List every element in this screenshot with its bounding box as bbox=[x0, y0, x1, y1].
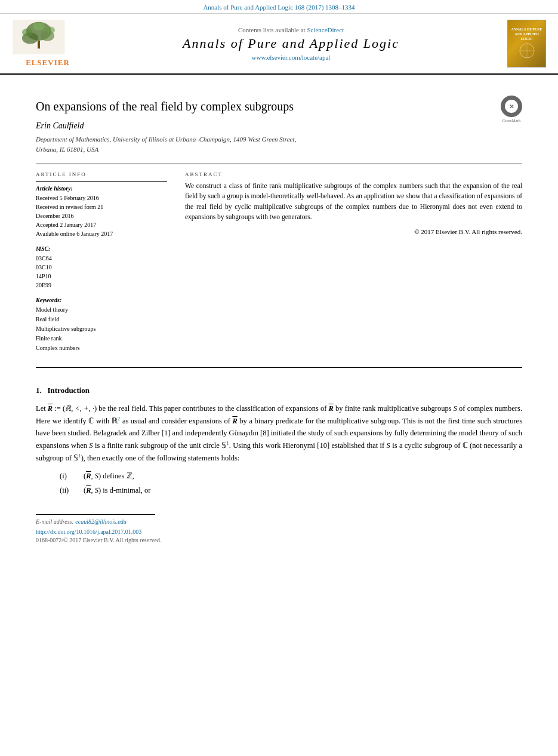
author-name: Erin Caulfield bbox=[36, 121, 522, 131]
msc-item-2: 03C10 bbox=[36, 263, 167, 272]
keywords-title: Keywords: bbox=[36, 297, 167, 303]
svg-point-6 bbox=[22, 29, 32, 37]
msc-box: MSC: 03C64 03C10 14P10 20E99 bbox=[36, 245, 167, 290]
msc-title: MSC: bbox=[36, 245, 167, 252]
abstract-section: ABSTRACT We construct a class of finite … bbox=[185, 171, 522, 360]
contents-line: Contents lists available at ScienceDirec… bbox=[84, 26, 498, 33]
elsevier-tree-icon bbox=[12, 20, 66, 54]
journal-logo-right: ANNALS OF PURE AND APPLIED LOGIC bbox=[498, 20, 546, 67]
list-text-ii: (R, S) is d-minimal, or bbox=[84, 484, 151, 496]
info-section: ARTICLE INFO Article history: Received 5… bbox=[36, 171, 522, 360]
list-label-i: (i) bbox=[60, 470, 78, 482]
footer-copyright: 0168-0072/© 2017 Elsevier B.V. All right… bbox=[36, 537, 522, 543]
msc-item-3: 14P10 bbox=[36, 272, 167, 281]
msc-item-1: 03C64 bbox=[36, 254, 167, 263]
logo-decoration-icon bbox=[512, 42, 542, 60]
journal-logo-text: ANNALS OF PURE AND APPLIED LOGIC bbox=[510, 27, 543, 41]
footer-doi[interactable]: http://dx.doi.org/10.1016/j.apal.2017.01… bbox=[36, 528, 522, 535]
email-link[interactable]: ecaul82@illinois.edu bbox=[75, 518, 127, 525]
abstract-label: ABSTRACT bbox=[185, 171, 522, 177]
intro-paragraph-1: Let R := (ℝ, <, +, ·) be the real field.… bbox=[36, 402, 522, 464]
svg-rect-4 bbox=[38, 41, 40, 49]
article-info-label: ARTICLE INFO bbox=[36, 171, 167, 177]
journal-url[interactable]: www.elsevier.com/locate/apal bbox=[84, 54, 498, 61]
abstract-copyright: © 2017 Elsevier B.V. All rights reserved… bbox=[185, 227, 522, 237]
keyword-1: Model theory bbox=[36, 305, 167, 315]
crossmark-badge[interactable]: ✕ CrossMark bbox=[501, 96, 522, 117]
list-label-ii: (ii) bbox=[60, 484, 78, 496]
elsevier-text: ELSEVIER bbox=[12, 58, 84, 67]
keyword-2: Real field bbox=[36, 315, 167, 324]
history-item-2: Received in revised form 21 bbox=[36, 202, 167, 211]
author-affiliation: Department of Mathematics, University of… bbox=[36, 134, 522, 154]
keyword-3: Multiplicative subgroups bbox=[36, 324, 167, 334]
section-number: 1. bbox=[36, 386, 42, 395]
abstract-text: We construct a class of finite rank mult… bbox=[185, 181, 522, 237]
keywords-box: Keywords: Model theory Real field Multip… bbox=[36, 297, 167, 353]
abstract-body: We construct a class of finite rank mult… bbox=[185, 182, 522, 220]
list-item-i: (i) (R, S) defines ℤ, bbox=[60, 470, 522, 482]
main-content: ✕ CrossMark On expansions of the real fi… bbox=[0, 75, 558, 561]
email-label: E-mail address: bbox=[36, 518, 74, 525]
journal-reference-bar: Annals of Pure and Applied Logic 168 (20… bbox=[0, 0, 558, 14]
article-info-column: ARTICLE INFO Article history: Received 5… bbox=[36, 171, 167, 360]
journal-title: Annals of Pure and Applied Logic bbox=[84, 36, 498, 51]
svg-point-7 bbox=[46, 27, 55, 34]
sciencedirect-link[interactable]: ScienceDirect bbox=[307, 26, 344, 33]
list-text-i: (R, S) defines ℤ, bbox=[84, 470, 134, 482]
footer-rule bbox=[36, 514, 155, 515]
journal-center-info: Contents lists available at ScienceDirec… bbox=[84, 26, 498, 61]
article-title: On expansions of the real field by compl… bbox=[36, 99, 522, 114]
introduction-heading: 1. Introduction bbox=[36, 386, 522, 395]
svg-point-5 bbox=[33, 23, 44, 31]
history-item-5: Available online 6 January 2017 bbox=[36, 229, 167, 238]
keyword-5: Complex numbers bbox=[36, 343, 167, 353]
section-divider bbox=[36, 367, 522, 368]
history-item-1: Received 5 February 2016 bbox=[36, 193, 167, 202]
affiliation-line1: Department of Mathematics, University of… bbox=[36, 136, 296, 143]
list-item-ii: (ii) (R, S) is d-minimal, or bbox=[60, 484, 522, 496]
msc-item-4: 20E99 bbox=[36, 281, 167, 290]
journal-logo-box: ANNALS OF PURE AND APPLIED LOGIC bbox=[507, 20, 546, 67]
journal-reference-text: Annals of Pure and Applied Logic 168 (20… bbox=[203, 4, 354, 11]
article-history-box: Article history: Received 5 February 201… bbox=[36, 181, 167, 238]
history-item-4: Accepted 2 January 2017 bbox=[36, 220, 167, 229]
elsevier-logo-left: ELSEVIER bbox=[12, 20, 84, 67]
footer-email-line: E-mail address: ecaul82@illinois.edu bbox=[36, 518, 522, 525]
affiliation-line2: Urbana, IL 61801, USA bbox=[36, 146, 98, 153]
section-title-text: Introduction bbox=[48, 386, 90, 395]
history-item-3: December 2016 bbox=[36, 211, 167, 220]
keyword-4: Finite rank bbox=[36, 334, 167, 343]
journal-header: ELSEVIER Contents lists available at Sci… bbox=[0, 14, 558, 75]
header-divider bbox=[36, 164, 522, 164]
article-history-title: Article history: bbox=[36, 185, 167, 192]
